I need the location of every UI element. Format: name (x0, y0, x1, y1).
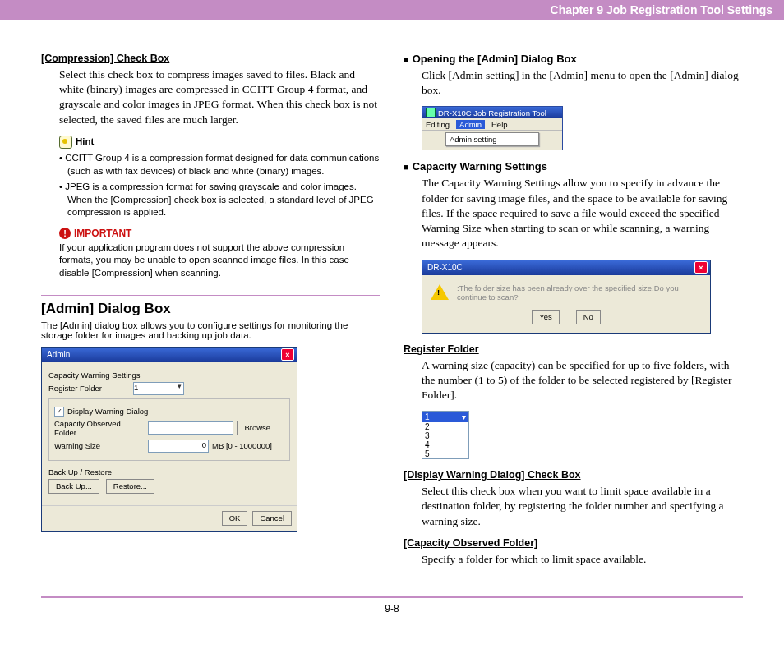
hint-item: JPEG is a compression format for saving … (59, 181, 380, 219)
important-label: ! IMPORTANT (41, 228, 131, 239)
heading-capacity-observed-folder: [Capacity Observed Folder] (404, 537, 743, 549)
label-display-warning: Display Warning Dialog (67, 407, 148, 416)
label-observed-folder: Capacity Observed Folder (54, 419, 145, 437)
text-admin-desc: The [Admin] dialog box allows you to con… (41, 320, 380, 340)
display-warning-checkbox[interactable]: ✓ (54, 407, 64, 417)
register-folder-select[interactable]: 1 (133, 382, 184, 395)
dialog-title: Admin (47, 350, 70, 359)
heading-display-warning-checkbox: [Display Warning Dialog] Check Box (404, 469, 743, 481)
heading-admin-dialog: [Admin] Dialog Box (41, 301, 380, 317)
label-register-folder: Register Folder (48, 384, 102, 393)
chevron-down-icon: ▾ (462, 412, 466, 421)
inner-group: ✓ Display Warning Dialog Capacity Observ… (48, 398, 290, 461)
label-warning-unit: MB [0 - 1000000] (212, 441, 272, 450)
text-display-warning-checkbox: Select this check box when you want to l… (404, 484, 743, 529)
observed-folder-input[interactable] (148, 421, 233, 435)
menu-help[interactable]: Help (491, 120, 508, 129)
window-title: DR-X10C Job Registration Tool (438, 108, 546, 117)
warning-message: :The folder size has been already over t… (457, 283, 702, 301)
page-footer: 9-8 (41, 596, 743, 614)
warning-icon (431, 284, 449, 300)
heading-compression-checkbox: [Compression] Check Box (41, 53, 380, 64)
section-divider (41, 295, 380, 296)
important-text: If your application program does not sup… (41, 242, 380, 280)
menu-bar: Editing Admin Help (422, 118, 562, 131)
group-capacity-warning: Capacity Warning Settings (48, 371, 290, 380)
hint-block: Hint CCITT Group 4 is a compression form… (41, 136, 380, 219)
rf-selected: 1 (425, 412, 430, 421)
backup-button[interactable]: Back Up... (48, 479, 99, 494)
ok-button[interactable]: OK (222, 511, 248, 526)
browse-button[interactable]: Browse... (237, 421, 284, 435)
menu-item-admin-setting[interactable]: Admin setting (445, 132, 539, 146)
label-warning-size: Warning Size (54, 441, 145, 450)
restore-button[interactable]: Restore... (106, 479, 154, 494)
cancel-button[interactable]: Cancel (252, 511, 292, 526)
heading-opening-admin: ■Opening the [Admin] Dialog Box (404, 53, 743, 65)
app-icon (426, 108, 436, 117)
menu-editing[interactable]: Editing (426, 120, 450, 129)
rf-option[interactable]: 4 (422, 440, 468, 449)
dialog-title: DR-X10C (427, 263, 463, 272)
heading-register-folder: Register Folder (404, 343, 743, 355)
page-body: [Compression] Check Box Select this chec… (0, 20, 784, 591)
rf-option[interactable]: 3 (422, 431, 468, 440)
hint-list: CCITT Group 4 is a compression format de… (59, 152, 380, 219)
dialog-titlebar: DR-X10C × (422, 260, 710, 275)
text-register-folder: A warning size (capacity) can be specifi… (404, 358, 743, 403)
no-button[interactable]: No (576, 310, 601, 324)
text-opening-admin: Click [Admin setting] in the [Admin] men… (404, 68, 743, 98)
rf-option[interactable]: 5 (422, 449, 468, 458)
exclamation-icon: ! (59, 228, 71, 239)
hint-label-text: Hint (76, 136, 94, 149)
group-backup-restore: Back Up / Restore (48, 467, 290, 476)
square-bullet-icon: ■ (404, 162, 409, 172)
rf-option[interactable]: 2 (422, 422, 468, 431)
lightbulb-icon (59, 136, 72, 149)
warning-dialog: DR-X10C × :The folder size has been alre… (422, 260, 711, 334)
dialog-titlebar: Admin × (42, 348, 297, 362)
important-label-text: IMPORTANT (74, 228, 131, 239)
menu-admin[interactable]: Admin (456, 120, 485, 129)
close-icon[interactable]: × (694, 261, 708, 274)
text-capacity-observed-folder: Specify a folder for which to limit spac… (404, 552, 743, 567)
window-titlebar: DR-X10C Job Registration Tool (422, 107, 562, 118)
square-bullet-icon: ■ (404, 54, 409, 64)
text-capacity-warning: The Capacity Warning Settings allow you … (404, 176, 743, 251)
yes-button[interactable]: Yes (532, 310, 560, 324)
right-column: ■Opening the [Admin] Dialog Box Click [A… (404, 53, 743, 575)
register-folder-dropdown[interactable]: 1 ▾ 2 3 4 5 (422, 411, 469, 459)
hint-label: Hint (59, 136, 94, 149)
text-compression-desc: Select this check box to compress images… (41, 67, 380, 127)
warning-size-input[interactable]: 0 (148, 440, 209, 453)
chapter-header: Chapter 9 Job Registration Tool Settings (0, 0, 784, 20)
hint-item: CCITT Group 4 is a compression format de… (59, 152, 380, 177)
admin-dialog: Admin × Capacity Warning Settings Regist… (41, 347, 297, 532)
close-icon[interactable]: × (281, 348, 294, 361)
heading-capacity-warning: ■Capacity Warning Settings (404, 160, 743, 173)
admin-menu-screenshot: DR-X10C Job Registration Tool Editing Ad… (422, 106, 563, 150)
left-column: [Compression] Check Box Select this chec… (41, 53, 380, 575)
